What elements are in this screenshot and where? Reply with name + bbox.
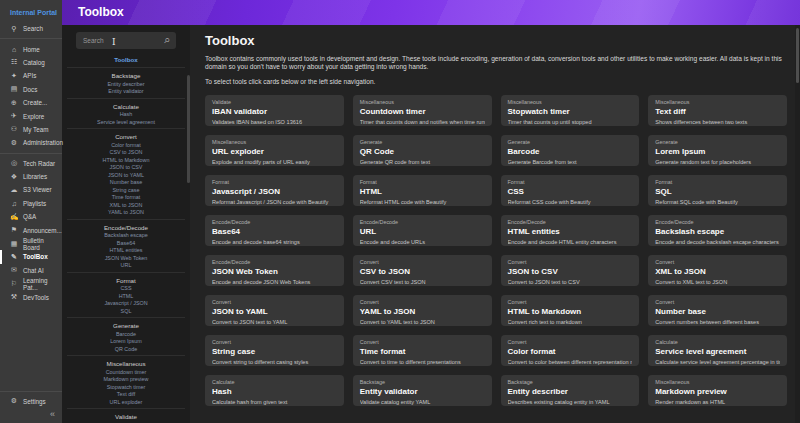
sidebar-item-tech-radar[interactable]: ◎Tech Radar	[0, 157, 62, 170]
toolbox-nav-item-string-case[interactable]: String case	[62, 187, 190, 195]
toolbox-nav-item-color-format[interactable]: Color format	[62, 142, 190, 150]
tool-card-color-format[interactable]: ConvertColor formatConvert to color betw…	[501, 335, 640, 366]
toolbox-nav-item-javascript-json[interactable]: Javascript / JSON	[62, 300, 190, 308]
tool-card-json-to-yaml[interactable]: ConvertJSON to YAMLConvert to JSON text …	[205, 295, 344, 326]
tool-card-string-case[interactable]: ConvertString caseConvert string to diff…	[205, 335, 344, 366]
sidebar-item-qa[interactable]: ✍Q&A	[0, 210, 62, 223]
tool-card-url[interactable]: Encode/DecodeURLEncode and decode URLs	[353, 215, 492, 246]
sidebar-item-administration[interactable]: ⚙Administration	[0, 136, 62, 149]
tool-card-html[interactable]: FormatHTMLReformat HTML code with Beauti…	[353, 175, 492, 206]
toolbox-nav-item-base64[interactable]: Base64	[62, 240, 190, 248]
sidebar-item-label: DevTools	[23, 294, 49, 301]
toolbox-nav-item-xml-to-json[interactable]: XML to JSON	[62, 202, 190, 210]
toolbox-nav-item-qr-code[interactable]: QR Code	[62, 346, 190, 354]
toolbox-nav-item-html-entities[interactable]: HTML entities	[62, 247, 190, 255]
tool-card-entity-describer[interactable]: BackstageEntity describerDescribes exist…	[501, 375, 640, 406]
toolbox-nav-item-html-to-markdown[interactable]: HTML to Markdown	[62, 157, 190, 165]
main-scrollbar-thumb[interactable]	[796, 28, 799, 83]
toolbox-search-input[interactable]: Search ⚲	[76, 32, 176, 49]
tool-card-countdown-timer[interactable]: MiscellaneousCountdown timerTimer that c…	[353, 95, 492, 126]
toolbox-nav-item-entity-validator[interactable]: Entity validator	[62, 88, 190, 96]
tool-card-barcode[interactable]: GenerateBarcodeGenerate Barcode from tex…	[501, 135, 640, 166]
toolbox-nav-item-markdown-preview[interactable]: Markdown preview	[62, 376, 190, 384]
tool-card-lorem-ipsum[interactable]: GenerateLorem IpsumGenerate random text …	[648, 135, 787, 166]
sidebar-item-s3-viewer[interactable]: ☁S3 Viewer	[0, 183, 62, 196]
home-icon: ⌂	[10, 46, 18, 53]
toolbox-nav-item-csv-to-json[interactable]: CSV to JSON	[62, 149, 190, 157]
tool-card-csv-to-json[interactable]: ConvertCSV to JSONConvert CSV text to JS…	[353, 255, 492, 286]
tool-card-qr-code[interactable]: GenerateQR CodeGenerate QR code from tex…	[353, 135, 492, 166]
toolbox-nav-item-css[interactable]: CSS	[62, 285, 190, 293]
sidebar-spacer	[0, 304, 62, 388]
sidebar-item-catalog[interactable]: ☷Catalog	[0, 56, 62, 69]
sidebar-item-label: ToolBox	[23, 253, 48, 260]
toolbox-nav-item-sql[interactable]: SQL	[62, 308, 190, 316]
tool-card-stopwatch-timer[interactable]: MiscellaneousStopwatch timerTimer that c…	[501, 95, 640, 126]
page-header-title: Toolbox	[62, 0, 800, 25]
sidebar-item-announcements[interactable]: ⚑Announcem...	[0, 223, 62, 236]
tool-card-title: Backslash escape	[655, 227, 780, 236]
toolbox-nav-item-number-base[interactable]: Number base	[62, 179, 190, 187]
tool-card-xml-to-json[interactable]: ConvertXML to JSONConvert to XML text to…	[648, 255, 787, 286]
tool-card-base64[interactable]: Encode/DecodeBase64Encode and decode bas…	[205, 215, 344, 246]
toolbox-nav-item-backslash-escape[interactable]: Backslash escape	[62, 232, 190, 240]
tool-card-service-level-agreement[interactable]: CalculateService level agreementCalculat…	[648, 335, 787, 366]
toolbox-nav-item-time-format[interactable]: Time format	[62, 194, 190, 202]
sidebar-item-learning-paths[interactable]: ⚐Learning Pat...	[0, 277, 62, 290]
tool-card-css[interactable]: FormatCSSReformat CSS code with Beautify	[501, 175, 640, 206]
toolbox-nav-item-stopwatch-timer[interactable]: Stopwatch timer	[62, 384, 190, 392]
tool-card-json-web-token[interactable]: Encode/DecodeJSON Web TokenEncode and de…	[205, 255, 344, 286]
toolbox-nav-item-url[interactable]: URL	[62, 262, 190, 270]
tool-card-markdown-preview[interactable]: MiscellaneousMarkdown previewRender mark…	[648, 375, 787, 406]
toolbox-nav-item-yaml-to-json[interactable]: YAML to JSON	[62, 209, 190, 217]
toolbox-nav-item-entity-describer[interactable]: Entity describer	[62, 81, 190, 89]
toolbox-nav-item-json-to-csv[interactable]: JSON to CSV	[62, 164, 190, 172]
sidebar-item-devtools[interactable]: ⚒DevTools	[0, 290, 62, 303]
toolbox-nav-item-barcode[interactable]: Barcode	[62, 331, 190, 339]
toolbox-nav-item-toolbox[interactable]: Toolbox	[62, 56, 190, 63]
toolbox-nav-item-service-level-agreement[interactable]: Service level agreement	[62, 119, 190, 127]
tool-card-entity-validator[interactable]: BackstageEntity validatorValidate catalo…	[353, 375, 492, 406]
sidebar-item-docs[interactable]: ▤Docs	[0, 83, 62, 96]
tool-card-html-entities[interactable]: Encode/DecodeHTML entitiesEncode and dec…	[501, 215, 640, 246]
tool-card-time-format[interactable]: ConvertTime formatConvert to time to dif…	[353, 335, 492, 366]
tool-card-description: Convert string to different casing style…	[212, 359, 337, 365]
toolbox-nav-item-url-exploder[interactable]: URL exploder	[62, 399, 190, 407]
tool-card-sql[interactable]: FormatSQLReformat SQL code with Beautify	[648, 175, 787, 206]
tool-card-title: Text diff	[655, 107, 780, 116]
tool-card-text-diff[interactable]: MiscellaneousText diffShows differences …	[648, 95, 787, 126]
intro-text: Toolbox contains commonly used tools in …	[205, 55, 790, 71]
tool-card-json-to-csv[interactable]: ConvertJSON to CSVConvert to JSON text t…	[501, 255, 640, 286]
sidebar-item-toolbox[interactable]: ✎ToolBox	[0, 250, 62, 263]
tool-card-number-base[interactable]: ConvertNumber baseConvert numbers betwee…	[648, 295, 787, 326]
main-scrollbar[interactable]	[795, 25, 800, 423]
sidebar-item-chat-ai[interactable]: ✉Chat AI	[0, 264, 62, 277]
sidebar-item-explore[interactable]: ✈Explore	[0, 109, 62, 122]
toolbox-nav-item-html[interactable]: HTML	[62, 293, 190, 301]
tool-card-url-exploder[interactable]: MiscellaneousURL exploderExplode and mod…	[205, 135, 344, 166]
playlist-icon: ♫	[10, 200, 18, 207]
sidebar-item-bulletin-board[interactable]: ▦Bulletin Board	[0, 237, 62, 250]
sidebar-item-libraries[interactable]: ❖Libraries	[0, 170, 62, 183]
sidebar-item-apis[interactable]: ✦APIs	[0, 69, 62, 82]
admin-gear-icon: ⚙	[10, 139, 18, 147]
toolbox-nav-item-json-web-token[interactable]: JSON Web Token	[62, 255, 190, 263]
toolbox-nav-item-text-diff[interactable]: Text diff	[62, 391, 190, 399]
sidebar-item-search[interactable]: ⚲ Search	[0, 22, 62, 35]
sidebar-item-settings[interactable]: ⚙ Settings	[0, 395, 62, 408]
sidebar-collapse-button[interactable]: «	[0, 408, 62, 423]
toolbox-nav-item-json-to-yaml[interactable]: JSON to YAML	[62, 172, 190, 180]
sidebar-item-my-team[interactable]: ⚇My Team	[0, 123, 62, 136]
sidebar-item-home[interactable]: ⌂Home	[0, 42, 62, 55]
sidebar-item-playlists[interactable]: ♫Playlists	[0, 197, 62, 210]
tool-card-html-to-markdown[interactable]: ConvertHTML to MarkdownConvert rich text…	[501, 295, 640, 326]
tool-card-hash[interactable]: CalculateHashCalculate hash from given t…	[205, 375, 344, 406]
toolbox-nav-item-countdown-timer[interactable]: Countdown timer	[62, 369, 190, 377]
toolbox-nav-item-hash[interactable]: Hash	[62, 111, 190, 119]
sidebar-item-create[interactable]: ⊕Create...	[0, 96, 62, 109]
tool-card-iban-validator[interactable]: ValidateIBAN validatorValidates IBAN bas…	[205, 95, 344, 126]
toolbox-nav-item-lorem-ipsum[interactable]: Lorem Ipsum	[62, 338, 190, 346]
tool-card-javascript-json[interactable]: FormatJavascript / JSONReformat Javascri…	[205, 175, 344, 206]
tool-card-yaml-to-json[interactable]: ConvertYAML to JSONConvert to YAML text …	[353, 295, 492, 326]
tool-card-backslash-escape[interactable]: Encode/DecodeBackslash escapeEncode and …	[648, 215, 787, 246]
